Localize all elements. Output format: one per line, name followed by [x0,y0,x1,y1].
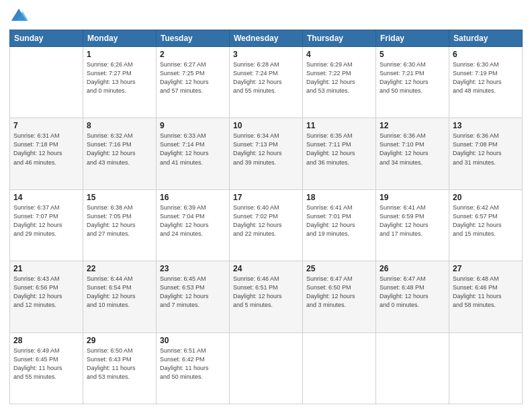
page: SundayMondayTuesdayWednesdayThursdayFrid… [0,0,532,411]
day-number: 22 [87,264,152,273]
day-number: 9 [160,121,226,130]
day-number: 26 [380,264,445,273]
calendar-cell: 22Sunrise: 6:44 AMSunset: 6:54 PMDayligh… [83,261,157,332]
calendar-header-wednesday: Wednesday [230,30,303,47]
cell-info: Sunrise: 6:46 AMSunset: 6:51 PMDaylight:… [233,275,299,310]
calendar-cell: 18Sunrise: 6:41 AMSunset: 7:01 PMDayligh… [303,189,376,261]
day-number: 16 [160,193,226,202]
calendar-cell: 16Sunrise: 6:39 AMSunset: 7:04 PMDayligh… [157,189,230,261]
cell-info: Sunrise: 6:47 AMSunset: 6:50 PMDaylight:… [306,275,372,310]
cell-info: Sunrise: 6:27 AMSunset: 7:25 PMDaylight:… [160,60,226,95]
day-number: 7 [13,121,79,130]
day-number: 25 [306,264,372,273]
calendar-header-thursday: Thursday [303,30,376,47]
calendar-cell [449,332,523,404]
calendar-cell: 8Sunrise: 6:32 AMSunset: 7:16 PMDaylight… [83,118,157,189]
calendar-header-friday: Friday [376,30,449,47]
cell-info: Sunrise: 6:39 AMSunset: 7:04 PMDaylight:… [160,203,226,238]
calendar-cell: 9Sunrise: 6:33 AMSunset: 7:14 PMDaylight… [157,118,230,189]
calendar-week-row: 21Sunrise: 6:43 AMSunset: 6:56 PMDayligh… [10,261,523,332]
calendar-cell: 5Sunrise: 6:30 AMSunset: 7:21 PMDaylight… [376,47,449,118]
calendar-cell: 19Sunrise: 6:41 AMSunset: 6:59 PMDayligh… [376,189,449,261]
day-number: 5 [380,50,445,59]
calendar-cell: 11Sunrise: 6:35 AMSunset: 7:11 PMDayligh… [303,118,376,189]
day-number: 28 [13,336,79,345]
cell-info: Sunrise: 6:36 AMSunset: 7:10 PMDaylight:… [380,132,445,167]
cell-info: Sunrise: 6:35 AMSunset: 7:11 PMDaylight:… [306,132,372,167]
day-number: 13 [453,121,519,130]
cell-info: Sunrise: 6:41 AMSunset: 7:01 PMDaylight:… [306,203,372,238]
day-number: 15 [87,193,152,202]
calendar-cell [10,47,83,118]
cell-info: Sunrise: 6:29 AMSunset: 7:22 PMDaylight:… [306,60,372,95]
calendar-cell [303,332,376,404]
cell-info: Sunrise: 6:31 AMSunset: 7:18 PMDaylight:… [13,132,79,167]
calendar-week-row: 14Sunrise: 6:37 AMSunset: 7:07 PMDayligh… [10,189,523,261]
cell-info: Sunrise: 6:33 AMSunset: 7:14 PMDaylight:… [160,132,226,167]
logo-icon [9,7,28,26]
calendar-cell: 7Sunrise: 6:31 AMSunset: 7:18 PMDaylight… [10,118,83,189]
calendar-cell: 10Sunrise: 6:34 AMSunset: 7:13 PMDayligh… [230,118,303,189]
cell-info: Sunrise: 6:38 AMSunset: 7:05 PMDaylight:… [87,203,152,238]
day-number: 29 [87,336,152,345]
calendar-cell: 21Sunrise: 6:43 AMSunset: 6:56 PMDayligh… [10,261,83,332]
cell-info: Sunrise: 6:51 AMSunset: 6:42 PMDaylight:… [160,347,226,381]
calendar-header-saturday: Saturday [449,30,523,47]
cell-info: Sunrise: 6:30 AMSunset: 7:19 PMDaylight:… [453,60,519,95]
day-number: 11 [306,121,372,130]
calendar-cell: 1Sunrise: 6:26 AMSunset: 7:27 PMDaylight… [83,47,157,118]
day-number: 23 [160,264,226,273]
day-number: 30 [160,336,226,345]
day-number: 19 [380,193,445,202]
cell-info: Sunrise: 6:34 AMSunset: 7:13 PMDaylight:… [233,132,299,167]
calendar-cell: 2Sunrise: 6:27 AMSunset: 7:25 PMDaylight… [157,47,230,118]
day-number: 18 [306,193,372,202]
cell-info: Sunrise: 6:49 AMSunset: 6:45 PMDaylight:… [13,347,79,381]
calendar-cell: 17Sunrise: 6:40 AMSunset: 7:02 PMDayligh… [230,189,303,261]
cell-info: Sunrise: 6:42 AMSunset: 6:57 PMDaylight:… [453,203,519,238]
cell-info: Sunrise: 6:40 AMSunset: 7:02 PMDaylight:… [233,203,299,238]
calendar-header-row: SundayMondayTuesdayWednesdayThursdayFrid… [10,30,523,47]
calendar-cell: 13Sunrise: 6:36 AMSunset: 7:08 PMDayligh… [449,118,523,189]
cell-info: Sunrise: 6:36 AMSunset: 7:08 PMDaylight:… [453,132,519,167]
calendar-cell: 20Sunrise: 6:42 AMSunset: 6:57 PMDayligh… [449,189,523,261]
calendar-cell: 14Sunrise: 6:37 AMSunset: 7:07 PMDayligh… [10,189,83,261]
cell-info: Sunrise: 6:48 AMSunset: 6:46 PMDaylight:… [453,275,519,310]
calendar-cell: 26Sunrise: 6:47 AMSunset: 6:48 PMDayligh… [376,261,449,332]
calendar-cell: 27Sunrise: 6:48 AMSunset: 6:46 PMDayligh… [449,261,523,332]
calendar-cell: 23Sunrise: 6:45 AMSunset: 6:53 PMDayligh… [157,261,230,332]
calendar-week-row: 28Sunrise: 6:49 AMSunset: 6:45 PMDayligh… [10,332,523,404]
calendar-header-tuesday: Tuesday [157,30,230,47]
cell-info: Sunrise: 6:37 AMSunset: 7:07 PMDaylight:… [13,203,79,238]
cell-info: Sunrise: 6:28 AMSunset: 7:24 PMDaylight:… [233,60,299,95]
calendar-week-row: 1Sunrise: 6:26 AMSunset: 7:27 PMDaylight… [10,47,523,118]
calendar-cell: 3Sunrise: 6:28 AMSunset: 7:24 PMDaylight… [230,47,303,118]
logo [9,7,30,26]
calendar-cell: 12Sunrise: 6:36 AMSunset: 7:10 PMDayligh… [376,118,449,189]
day-number: 17 [233,193,299,202]
day-number: 20 [453,193,519,202]
day-number: 14 [13,193,79,202]
calendar-cell: 24Sunrise: 6:46 AMSunset: 6:51 PMDayligh… [230,261,303,332]
day-number: 8 [87,121,152,130]
calendar-week-row: 7Sunrise: 6:31 AMSunset: 7:18 PMDaylight… [10,118,523,189]
header [9,7,523,26]
cell-info: Sunrise: 6:47 AMSunset: 6:48 PMDaylight:… [380,275,445,310]
calendar-cell: 25Sunrise: 6:47 AMSunset: 6:50 PMDayligh… [303,261,376,332]
calendar-cell: 6Sunrise: 6:30 AMSunset: 7:19 PMDaylight… [449,47,523,118]
calendar-cell: 15Sunrise: 6:38 AMSunset: 7:05 PMDayligh… [83,189,157,261]
day-number: 10 [233,121,299,130]
cell-info: Sunrise: 6:26 AMSunset: 7:27 PMDaylight:… [87,60,152,95]
cell-info: Sunrise: 6:32 AMSunset: 7:16 PMDaylight:… [87,132,152,167]
cell-info: Sunrise: 6:30 AMSunset: 7:21 PMDaylight:… [380,60,445,95]
cell-info: Sunrise: 6:43 AMSunset: 6:56 PMDaylight:… [13,275,79,310]
day-number: 3 [233,50,299,59]
day-number: 6 [453,50,519,59]
calendar-cell: 30Sunrise: 6:51 AMSunset: 6:42 PMDayligh… [157,332,230,404]
day-number: 21 [13,264,79,273]
cell-info: Sunrise: 6:45 AMSunset: 6:53 PMDaylight:… [160,275,226,310]
day-number: 2 [160,50,226,59]
calendar-cell [376,332,449,404]
cell-info: Sunrise: 6:41 AMSunset: 6:59 PMDaylight:… [380,203,445,238]
calendar-cell: 4Sunrise: 6:29 AMSunset: 7:22 PMDaylight… [303,47,376,118]
